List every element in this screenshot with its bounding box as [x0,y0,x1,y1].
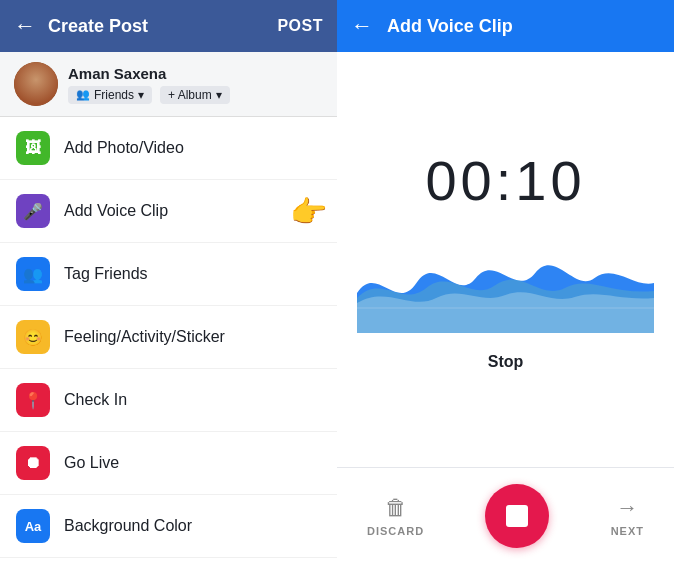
checkin-label: Check In [64,391,127,409]
voice-icon: 🎤 [16,194,50,228]
album-button[interactable]: + Album ▾ [160,86,230,104]
next-icon: → [616,495,638,521]
bgcolor-icon: Aa [16,509,50,543]
friends-label: Friends [94,88,134,102]
discard-label: DISCARD [367,525,424,537]
feeling-label: Feeling/Activity/Sticker [64,328,225,346]
menu-item-tag[interactable]: 👥Tag Friends [0,243,337,306]
voice-label: Add Voice Clip [64,202,168,220]
user-controls: 👥 Friends ▾ + Album ▾ [68,86,230,104]
right-header: ← Add Voice Clip [337,0,674,52]
tag-label: Tag Friends [64,265,148,283]
user-name: Aman Saxena [68,65,230,82]
menu-item-camera[interactable]: 📷Camera [0,558,337,568]
add-voice-clip-panel: ← Add Voice Clip 00:10 Stop 🗑 DISCARD [337,0,674,568]
avatar [14,62,58,106]
back-arrow-icon[interactable]: ← [14,13,36,39]
bgcolor-label: Background Color [64,517,192,535]
voice-content: 00:10 Stop [337,52,674,467]
menu-item-photo[interactable]: 🖼Add Photo/Video [0,117,337,180]
post-button[interactable]: POST [277,17,323,35]
create-post-title: Create Post [48,16,277,37]
add-voice-clip-title: Add Voice Clip [387,16,513,37]
photo-label: Add Photo/Video [64,139,184,157]
menu-list: 🖼Add Photo/Video🎤Add Voice Clip👉👥Tag Fri… [0,117,337,568]
right-back-arrow-icon[interactable]: ← [351,13,373,39]
next-label: NEXT [611,525,644,537]
create-post-panel: ← Create Post POST Aman Saxena 👥 Friends… [0,0,337,568]
menu-item-bgcolor[interactable]: AaBackground Color [0,495,337,558]
photo-icon: 🖼 [16,131,50,165]
stop-button[interactable] [485,484,549,548]
golive-label: Go Live [64,454,119,472]
hand-pointer-icon: 👉 [290,194,327,229]
album-chevron-icon: ▾ [216,88,222,102]
feeling-icon: 😊 [16,320,50,354]
golive-icon: ⏺ [16,446,50,480]
discard-icon: 🗑 [385,495,407,521]
friends-icon: 👥 [76,88,90,101]
menu-item-feeling[interactable]: 😊Feeling/Activity/Sticker [0,306,337,369]
album-label: + Album [168,88,212,102]
menu-item-golive[interactable]: ⏺Go Live [0,432,337,495]
discard-action[interactable]: 🗑 DISCARD [367,495,424,537]
timer-display: 00:10 [425,148,585,213]
voice-footer: 🗑 DISCARD → NEXT [337,467,674,568]
left-header: ← Create Post POST [0,0,337,52]
menu-item-voice[interactable]: 🎤Add Voice Clip👉 [0,180,337,243]
checkin-icon: 📍 [16,383,50,417]
stop-label: Stop [488,353,524,371]
menu-item-checkin[interactable]: 📍Check In [0,369,337,432]
stop-button-inner [506,505,528,527]
friends-button[interactable]: 👥 Friends ▾ [68,86,152,104]
friends-chevron-icon: ▾ [138,88,144,102]
waveform-svg [357,243,654,333]
tag-icon: 👥 [16,257,50,291]
waveform-container [357,243,654,333]
user-row: Aman Saxena 👥 Friends ▾ + Album ▾ [0,52,337,117]
next-action[interactable]: → NEXT [611,495,644,537]
user-info: Aman Saxena 👥 Friends ▾ + Album ▾ [68,65,230,104]
